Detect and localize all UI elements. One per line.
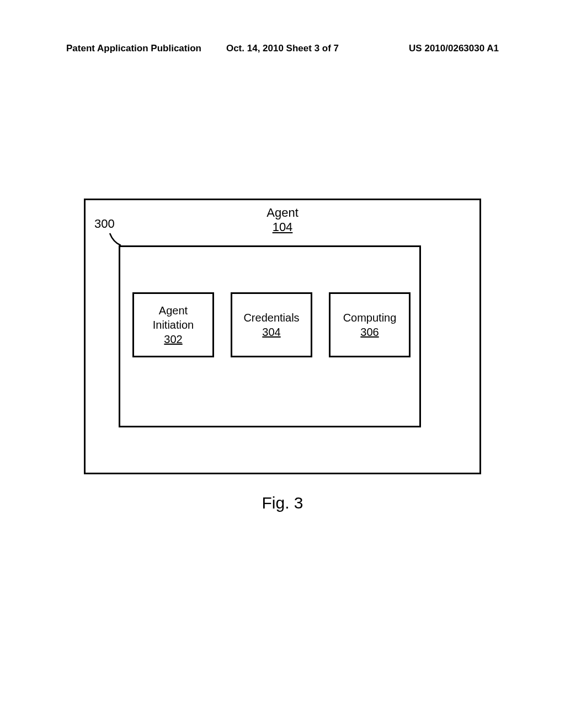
box3-ref: 306 (360, 325, 379, 339)
box2-line1: Credentials (243, 311, 299, 325)
agent-title: Agent 104 (86, 206, 479, 234)
agent-title-ref: 104 (86, 220, 479, 234)
header-publication-number: US 2010/0263030 A1 (355, 43, 499, 54)
box1-line2: Initiation (153, 318, 194, 332)
sub-boxes-row: Agent Initiation 302 Credentials 304 Com… (132, 292, 411, 357)
agent-initiation-box: Agent Initiation 302 (132, 292, 214, 357)
box1-ref: 302 (164, 332, 182, 346)
agent-title-label: Agent (86, 206, 479, 220)
inner-box: Agent Initiation 302 Credentials 304 Com… (119, 245, 421, 427)
outer-ref-label: 300 (94, 217, 115, 231)
box1-line1: Agent (159, 303, 188, 318)
page-header: Patent Application Publication Oct. 14, … (0, 43, 565, 54)
box2-ref: 304 (262, 325, 280, 339)
computing-box: Computing 306 (329, 292, 411, 357)
outer-box: Agent 104 300 Agent Initiation 302 Crede… (84, 199, 481, 474)
box3-line1: Computing (343, 311, 397, 325)
credentials-box: Credentials 304 (231, 292, 312, 357)
header-publication-type: Patent Application Publication (66, 43, 210, 54)
figure-caption: Fig. 3 (0, 494, 565, 512)
figure-container: Agent 104 300 Agent Initiation 302 Crede… (84, 199, 481, 474)
header-date-sheet: Oct. 14, 2010 Sheet 3 of 7 (210, 43, 354, 54)
